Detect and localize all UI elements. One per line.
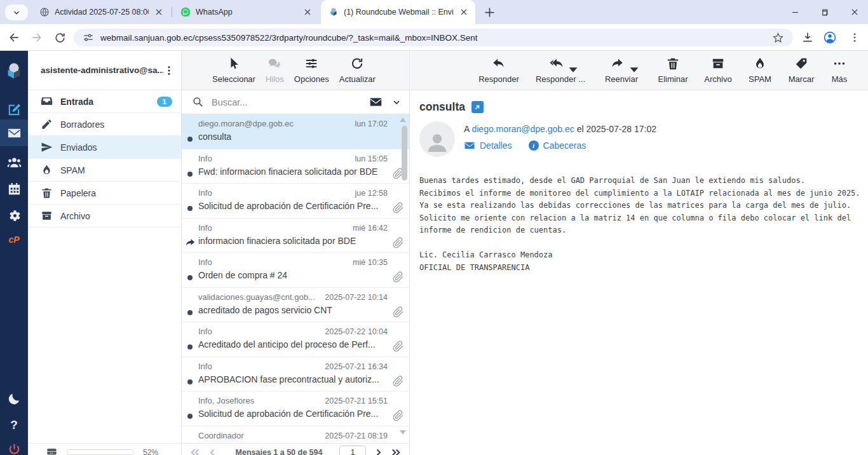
message-row[interactable]: Info mié 16:42 informacion finaciera sol… <box>182 219 409 254</box>
spam-button[interactable]: SPAM <box>745 57 775 84</box>
details-button[interactable]: Detalles <box>464 140 512 151</box>
downloads-button[interactable] <box>799 29 816 46</box>
window-restore-button[interactable] <box>815 4 834 20</box>
refresh-button[interactable]: Actualizar <box>339 57 376 84</box>
scrollbar-down-arrow[interactable] <box>400 430 406 435</box>
logout-button[interactable] <box>0 437 28 455</box>
search-scope-icon[interactable] <box>369 95 383 109</box>
search-options-chevron[interactable] <box>391 97 402 107</box>
message-row[interactable]: Info 2025-07-21 16:34 APROBACION fase pr… <box>182 357 409 392</box>
paperclip-icon <box>393 306 404 318</box>
help-button[interactable]: ? <box>0 413 28 437</box>
trash-icon <box>666 57 680 71</box>
paperclip-icon <box>393 376 404 387</box>
moon-icon <box>7 391 22 406</box>
forward-icon <box>610 57 624 71</box>
tab-actividad[interactable]: Actividad 2025-07-25 08:00:00 <box>32 0 170 24</box>
forward-button[interactable]: Reenviar <box>599 57 644 84</box>
folder-item-enviados[interactable]: Enviados <box>28 136 181 159</box>
folder-item-papelera[interactable]: Papelera <box>28 182 181 205</box>
tab-search-button[interactable] <box>5 4 28 20</box>
roundcube-app: cP ? asistente-administrativo@sa... Ent <box>0 51 868 455</box>
window-minimize-button[interactable] <box>785 4 804 20</box>
more-button[interactable]: Más <box>828 57 851 84</box>
mail-nav-button[interactable] <box>0 119 28 146</box>
prev-page-button[interactable] <box>207 447 219 455</box>
new-tab-button[interactable] <box>483 6 496 19</box>
message-row[interactable]: Info mié 10:35 Orden de compra # 24 <box>182 253 409 288</box>
reply-all-button[interactable]: Responder ... <box>533 57 588 84</box>
site-settings-icon[interactable] <box>83 32 94 43</box>
kebab-menu-icon[interactable] <box>163 65 175 76</box>
unread-dot <box>187 310 193 315</box>
window-close-button[interactable] <box>845 4 864 20</box>
archive-button[interactable]: Archivo <box>702 57 735 84</box>
refresh-icon <box>350 57 364 71</box>
back-button[interactable] <box>5 29 23 46</box>
compose-button[interactable] <box>0 97 28 121</box>
close-icon[interactable] <box>459 7 469 17</box>
message-row[interactable]: diego.moran@dpe.gob.ec lun 17:02 consult… <box>182 114 409 149</box>
message-row[interactable]: Info 2025-07-22 10:04 Acreditado del ant… <box>182 322 409 357</box>
message-header: A diego.moran@dpe.gob.ec el 2025-07-28 1… <box>419 121 868 160</box>
folder-item-borradores[interactable]: Borradores <box>28 113 181 136</box>
dropdown-caret-icon[interactable] <box>566 63 573 69</box>
message-row[interactable]: Coordinador 2025-07-21 08:19 <box>182 426 409 444</box>
mark-button[interactable]: Marcar <box>785 57 817 84</box>
last-page-button[interactable] <box>390 447 402 455</box>
calendar-nav-button[interactable] <box>0 177 28 201</box>
message-subject: Solicitud de aprobación de Certificación… <box>198 201 388 211</box>
delete-button[interactable]: Eliminar <box>655 57 691 84</box>
message-row[interactable]: Info jue 12:58 Solicitud de aprobación d… <box>182 184 409 219</box>
message-row[interactable]: Info, Joseflores 2025-07-21 15:51 Solici… <box>182 391 409 426</box>
options-button[interactable]: Opciones <box>294 57 329 84</box>
next-page-button[interactable] <box>372 447 384 455</box>
open-in-new-window-button[interactable] <box>471 101 484 113</box>
reply-button[interactable]: Responder <box>475 57 522 84</box>
select-button[interactable]: Seleccionar <box>212 57 255 84</box>
headers-button[interactable]: i Cabeceras <box>529 140 587 151</box>
message-date: 2025-07-22 10:04 <box>325 327 388 336</box>
close-icon[interactable] <box>154 7 164 17</box>
address-bar[interactable]: webmail.sanjuan.gob.ec/cpsess5350978522/… <box>74 29 793 46</box>
paper-plane-icon <box>41 141 53 153</box>
trash-icon <box>41 187 53 199</box>
tab-whatsapp[interactable]: WhatsApp <box>173 0 319 24</box>
tab-roundcube[interactable]: (1) Roundcube Webmail :: Envia <box>321 0 475 24</box>
folder-list: Entrada 1 Borradores Enviados SPAM Papel… <box>28 90 181 228</box>
message-row[interactable]: Info lun 15:05 Fwd: informacion finacier… <box>182 149 409 184</box>
message-view-panel: Responder Responder ... Reenviar <box>410 51 868 455</box>
unread-dot <box>187 344 193 350</box>
folder-item-entrada[interactable]: Entrada 1 <box>28 90 181 113</box>
envelope-icon <box>464 140 475 151</box>
unread-badge: 1 <box>157 97 172 107</box>
message-list-panel: Seleccionar Hilos Opciones Actualizar <box>182 51 410 455</box>
scrollbar-up-arrow[interactable] <box>400 118 406 122</box>
dark-mode-toggle[interactable] <box>0 386 28 411</box>
recipient-address[interactable]: diego.moran@dpe.gob.ec <box>471 124 574 134</box>
threads-button[interactable]: Hilos <box>266 57 284 84</box>
forward-button[interactable] <box>28 29 46 46</box>
bookmark-star-icon[interactable] <box>772 32 784 44</box>
calendar-icon <box>7 182 22 196</box>
page-number-input[interactable] <box>339 445 366 455</box>
message-subject: acreditado de pagos servicio CNT <box>198 305 388 315</box>
cpanel-button[interactable]: cP <box>0 228 28 252</box>
contacts-nav-button[interactable] <box>0 150 28 174</box>
search-input[interactable] <box>210 97 369 108</box>
tag-icon <box>794 57 808 71</box>
browser-menu-button[interactable] <box>846 29 863 46</box>
unread-dot <box>187 275 193 280</box>
close-icon[interactable] <box>302 7 313 17</box>
profile-button[interactable] <box>822 29 838 46</box>
scrollbar-thumb[interactable] <box>402 126 407 180</box>
dropdown-caret-icon[interactable] <box>627 63 634 69</box>
message-row[interactable]: validaciones.guayas@cnt.gob... 2025-07-2… <box>182 288 409 323</box>
reload-button[interactable] <box>51 29 69 46</box>
settings-nav-button[interactable] <box>0 203 28 228</box>
message-subject: Fwd: informacion finaciera solicitada po… <box>198 166 388 177</box>
folder-item-spam[interactable]: SPAM <box>28 159 181 182</box>
folder-item-archivo[interactable]: Archivo <box>28 205 181 228</box>
first-page-button[interactable] <box>189 447 201 455</box>
message-sender: Info <box>198 362 212 371</box>
